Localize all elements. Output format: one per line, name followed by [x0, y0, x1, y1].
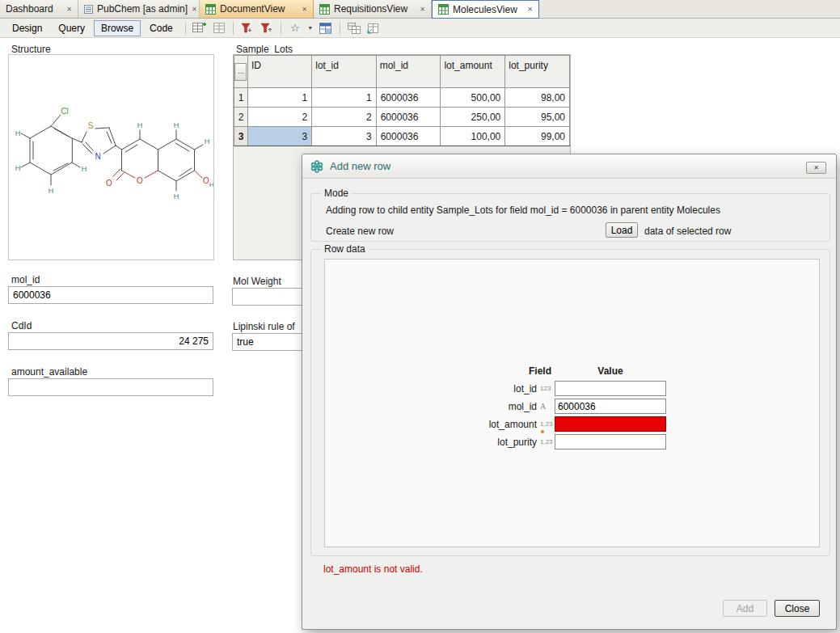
sample-lots-label: Sample_Lots — [236, 44, 293, 55]
load-button[interactable]: Load — [606, 222, 638, 238]
mol-id-field[interactable] — [8, 286, 213, 304]
atom-label-h: H — [174, 121, 179, 129]
validation-error-text: lot_amount is not valid. — [323, 563, 423, 575]
toolbar-separator — [185, 22, 186, 35]
grid-corner-cell: ... — [234, 56, 248, 88]
cell-mol-id[interactable]: 6000036 — [376, 127, 441, 146]
toolbar-separator — [233, 22, 234, 35]
structure-viewer: Cl S N O O O H H H H H H H H H — [8, 54, 214, 260]
amount-available-field[interactable] — [8, 378, 213, 396]
lipinski-label: Lipinski rule of — [233, 321, 301, 332]
atom-label-h: H — [15, 129, 21, 137]
toolbar-separator — [340, 22, 340, 35]
column-header-lot-id[interactable]: lot_id — [312, 56, 376, 88]
grid-corner-button[interactable]: ... — [234, 63, 247, 81]
cell-lot-amount[interactable]: 250,00 — [441, 108, 505, 127]
cdid-field[interactable] — [8, 332, 213, 350]
cell-lot-id[interactable]: 3 — [312, 127, 376, 146]
toolbar-separator — [281, 22, 281, 35]
load-suffix-text: data of selected row — [644, 226, 731, 237]
decimal-type-icon: 1,23 — [540, 438, 554, 445]
star-icon: ☆ — [290, 23, 300, 33]
column-header-id[interactable]: ID — [247, 56, 311, 88]
table-row[interactable]: 2 2 2 6000036 250,00 95,00 — [234, 108, 570, 127]
column-header-lot-purity[interactable]: lot_purity — [505, 56, 570, 88]
tab-pubchem[interactable]: PubChem [as admin] ✕ — [78, 0, 200, 18]
tab-label: RequisitionsView — [334, 3, 407, 15]
cell-lot-amount[interactable]: 500,00 — [441, 88, 505, 108]
cell-id[interactable]: 3 — [247, 127, 311, 146]
table-icon[interactable] — [210, 20, 228, 36]
cell-id[interactable]: 1 — [247, 88, 311, 108]
favorites-dropdown-icon[interactable]: ▾ — [306, 20, 315, 36]
close-button[interactable]: Close — [775, 600, 820, 617]
favorites-star-icon[interactable]: ☆ — [286, 20, 304, 36]
tab-label: Dashboard — [6, 3, 53, 15]
add-new-row-dialog: Add new row ✕ Mode Adding row to child e… — [302, 154, 837, 630]
table-row[interactable]: 1 1 1 6000036 500,00 98,00 — [234, 88, 570, 108]
tab-close-icon[interactable]: ✕ — [192, 6, 197, 13]
tab-close-icon[interactable]: ✕ — [66, 6, 72, 13]
cell-lot-amount[interactable]: 100,00 — [441, 127, 505, 146]
atom-label-h: H — [174, 192, 179, 200]
column-header-lot-amount[interactable]: lot_amount — [441, 56, 505, 88]
table-row-selected[interactable]: 3 3 3 6000036 100,00 99,00 — [234, 127, 570, 146]
tab-dashboard[interactable]: Dashboard ✕ — [0, 0, 78, 18]
chevron-down-icon: ▾ — [309, 25, 312, 32]
atom-label-h: H — [15, 164, 21, 172]
tab-close-icon[interactable]: ✕ — [302, 6, 307, 13]
cell-lot-id[interactable]: 1 — [312, 88, 376, 108]
atom-label-o-carbonyl: O — [106, 179, 112, 188]
form-input-lot-id[interactable] — [555, 381, 666, 396]
atom-label-h: H — [205, 137, 210, 146]
dialog-titlebar[interactable]: Add new row ✕ — [302, 154, 836, 179]
tab-requisitionsview[interactable]: RequisitionsView ✕ — [314, 0, 432, 18]
row-header[interactable]: 2 — [234, 108, 248, 127]
cell-id[interactable]: 2 — [247, 108, 311, 127]
table-blue-icon[interactable] — [317, 20, 335, 36]
cell-lot-id[interactable]: 2 — [312, 108, 376, 127]
cell-lot-purity[interactable]: 95,00 — [505, 108, 570, 127]
application-window: Dashboard ✕ PubChem [as admin] ✕ Documen… — [0, 0, 840, 633]
form-input-mol-id[interactable] — [555, 399, 666, 414]
form-input-lot-purity[interactable] — [555, 434, 666, 449]
row-data-legend: Row data — [321, 243, 369, 255]
add-table-icon[interactable] — [191, 20, 209, 36]
create-new-row-text: Create new row — [326, 226, 394, 237]
column-header-mol-id[interactable]: mol_id — [376, 56, 441, 88]
dialog-close-button[interactable]: ✕ — [806, 162, 826, 174]
mode-button-code[interactable]: Code — [142, 20, 180, 36]
mode-button-query[interactable]: Query — [51, 20, 92, 36]
cell-mol-id[interactable]: 6000036 — [376, 88, 441, 108]
filter-down-icon[interactable] — [238, 20, 256, 36]
tab-close-icon[interactable]: ✕ — [420, 6, 425, 13]
mode-button-browse[interactable]: Browse — [94, 20, 141, 36]
structure-label: Structure — [11, 44, 51, 55]
row-header[interactable]: 3 — [234, 127, 248, 146]
cell-lot-purity[interactable]: 98,00 — [505, 88, 570, 108]
grid-link-icon[interactable] — [365, 20, 382, 36]
text-type-icon: A — [540, 402, 554, 411]
tab-moleculesview[interactable]: MoleculesView ✕ — [432, 0, 539, 19]
form-input-lot-amount[interactable] — [555, 416, 666, 432]
form-label-lot-amount: lot_amount — [398, 419, 537, 430]
decimal-type-icon: 1,23 — [540, 420, 554, 435]
cell-mol-id[interactable]: 6000036 — [376, 108, 441, 127]
mode-legend: Mode — [321, 188, 352, 199]
value-column-header: Value — [555, 365, 666, 377]
filter-up-icon[interactable] — [258, 20, 276, 36]
cell-lot-purity[interactable]: 99,00 — [505, 127, 570, 146]
form-label-lot-id: lot_id — [398, 383, 537, 395]
tab-close-icon[interactable]: ✕ — [527, 6, 533, 13]
mode-button-design[interactable]: Design — [5, 20, 49, 36]
grid-pair-icon[interactable] — [345, 20, 363, 36]
mol-weight-label: Mol Weight — [233, 276, 301, 287]
row-header[interactable]: 1 — [234, 88, 248, 108]
atom-label-cl: Cl — [61, 107, 68, 116]
tab-documentview[interactable]: DocumentView ✕ — [200, 0, 314, 18]
atom-label-h: H — [49, 187, 54, 195]
dialog-title: Add new row — [330, 160, 390, 172]
row-data-panel: Field Value lot_id 123 mol_id A lot_amou… — [324, 259, 820, 547]
close-icon: ✕ — [813, 164, 819, 171]
add-button[interactable]: Add — [723, 600, 767, 617]
